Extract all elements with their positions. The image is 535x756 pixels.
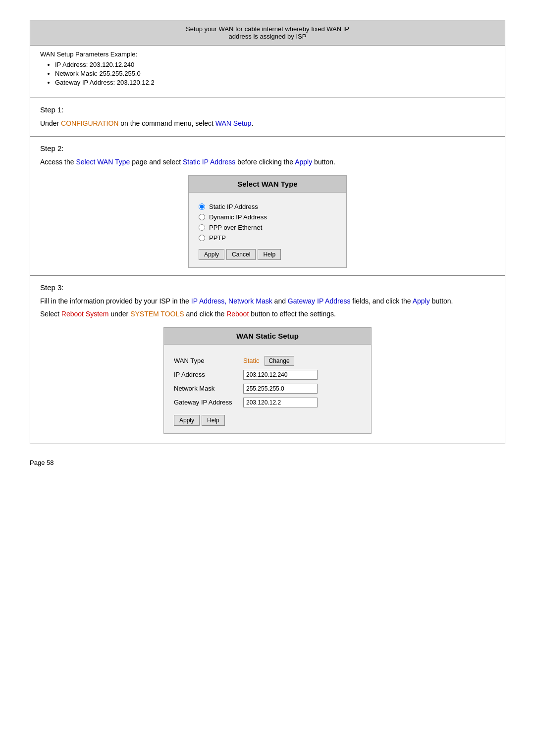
step3-text1-after: fields, and click the	[350, 297, 412, 305]
radio-pptp[interactable]	[199, 235, 205, 241]
wan-static-help-button[interactable]: Help	[202, 415, 225, 426]
step3-label: Step 3:	[40, 283, 495, 292]
page-footer: Page 58	[30, 459, 505, 466]
wan-option-dynamic[interactable]: Dynamic IP Address	[199, 213, 336, 221]
wan-type-body: Static IP Address Dynamic IP Address PPP…	[189, 193, 346, 267]
gateway-ip-input[interactable]	[243, 398, 318, 407]
step3-section: Step 3: Fill in the information provided…	[30, 276, 505, 444]
main-content-box: Setup your WAN for cable internet whereb…	[30, 20, 505, 444]
step2-text-middle: page and select	[130, 158, 183, 166]
wan-static-box: WAN Static Setup WAN Type Static Change …	[163, 327, 372, 434]
step2-highlight2: Static IP Address	[183, 158, 235, 166]
gateway-ip-label: Gateway IP Address	[174, 399, 243, 406]
page-number: Page 58	[30, 459, 54, 466]
step3-text1-middle: and	[272, 297, 288, 305]
wan-params-heading: WAN Setup Parameters Example:	[40, 50, 495, 58]
wan-static-buttons: Apply Help	[174, 415, 361, 426]
radio-dynamic-label: Dynamic IP Address	[209, 213, 267, 221]
step1-text-after: .	[251, 119, 253, 127]
step3-highlight2: Gateway IP Address	[288, 297, 351, 305]
ip-address-input[interactable]	[243, 370, 318, 380]
step2-text: Access the Select WAN Type page and sele…	[40, 156, 495, 167]
wan-option-pptp[interactable]: PPTP	[199, 234, 336, 242]
network-mask-row: Network Mask	[174, 384, 361, 394]
step3-highlight1: IP Address, Network Mask	[191, 297, 272, 305]
step3-text2-after: and click the	[184, 310, 227, 318]
wan-static-apply-button[interactable]: Apply	[174, 415, 200, 426]
step3-text1-end: button.	[430, 297, 453, 305]
radio-static-label: Static IP Address	[209, 203, 258, 210]
wan-type-buttons: Apply Cancel Help	[199, 249, 336, 260]
radio-static[interactable]	[199, 203, 205, 210]
wan-type-title: Select WAN Type	[189, 176, 346, 193]
step3-highlight4: Reboot System	[61, 310, 109, 318]
info-box: Setup your WAN for cable internet whereb…	[30, 20, 505, 46]
step2-label: Step 2:	[40, 144, 495, 152]
step2-text-end: button.	[312, 158, 335, 166]
info-title-line1: Setup your WAN for cable internet whereb…	[40, 25, 495, 33]
list-item: Gateway IP Address: 203.120.12.2	[55, 79, 495, 86]
step1-text-before: Under	[40, 119, 61, 127]
wan-type-box: Select WAN Type Static IP Address Dynami…	[188, 175, 347, 268]
step2-section: Step 2: Access the Select WAN Type page …	[30, 137, 505, 275]
wan-params-list: IP Address: 203.120.12.240 Network Mask:…	[40, 61, 495, 86]
step2-highlight3: Apply	[295, 158, 312, 166]
step3-highlight3: Apply	[413, 297, 430, 305]
wan-type-help-button[interactable]: Help	[258, 249, 281, 260]
step3-text2-before: Select	[40, 310, 61, 318]
step3-text2-middle: under	[109, 310, 131, 318]
step2-highlight1: Select WAN Type	[76, 158, 130, 166]
wan-option-static[interactable]: Static IP Address	[199, 203, 336, 210]
wan-params-section: WAN Setup Parameters Example: IP Address…	[30, 46, 505, 98]
list-item: IP Address: 203.120.12.240	[55, 61, 495, 68]
network-mask-label: Network Mask	[174, 385, 243, 392]
info-title-line2: address is assigned by ISP	[40, 33, 495, 40]
radio-pptp-label: PPTP	[209, 234, 226, 242]
wan-static-body: WAN Type Static Change IP Address Networ…	[164, 345, 371, 433]
step3-highlight5: SYSTEM TOOLS	[130, 310, 184, 318]
wan-option-pppoe[interactable]: PPP over Ethernet	[199, 224, 336, 231]
step3-text2-end: button to effect the settings.	[249, 310, 336, 318]
radio-dynamic[interactable]	[199, 214, 205, 220]
gateway-ip-row: Gateway IP Address	[174, 398, 361, 407]
step1-highlight2: WAN Setup	[215, 119, 252, 127]
step3-text1: Fill in the information provided by your…	[40, 296, 495, 306]
step3-highlight6: Reboot	[226, 310, 249, 318]
wan-type-change-button[interactable]: Change	[265, 356, 294, 366]
step1-text: Under CONFIGURATION on the command menu,…	[40, 118, 495, 129]
step1-section: Step 1: Under CONFIGURATION on the comma…	[30, 98, 505, 137]
step3-text2: Select Reboot System under SYSTEM TOOLS …	[40, 308, 495, 319]
radio-pppoe[interactable]	[199, 224, 205, 231]
wan-static-title: WAN Static Setup	[164, 328, 371, 345]
wan-type-field-label: WAN Type	[174, 357, 243, 364]
step1-label: Step 1:	[40, 105, 495, 114]
wan-type-cancel-button[interactable]: Cancel	[226, 249, 256, 260]
step1-highlight1: CONFIGURATION	[61, 119, 118, 127]
step1-text-middle: on the command menu, select	[118, 119, 215, 127]
list-item: Network Mask: 255.255.255.0	[55, 70, 495, 77]
ip-address-label: IP Address	[174, 371, 243, 378]
radio-pppoe-label: PPP over Ethernet	[209, 224, 262, 231]
ip-address-row: IP Address	[174, 370, 361, 380]
step2-text-after: before clicking the	[235, 158, 295, 166]
wan-type-row: WAN Type Static Change	[174, 356, 361, 366]
step3-text1-before: Fill in the information provided by your…	[40, 297, 191, 305]
network-mask-input[interactable]	[243, 384, 318, 394]
wan-type-apply-button[interactable]: Apply	[199, 249, 224, 260]
wan-type-field-value: Static	[243, 357, 260, 364]
step2-text-before: Access the	[40, 158, 76, 166]
